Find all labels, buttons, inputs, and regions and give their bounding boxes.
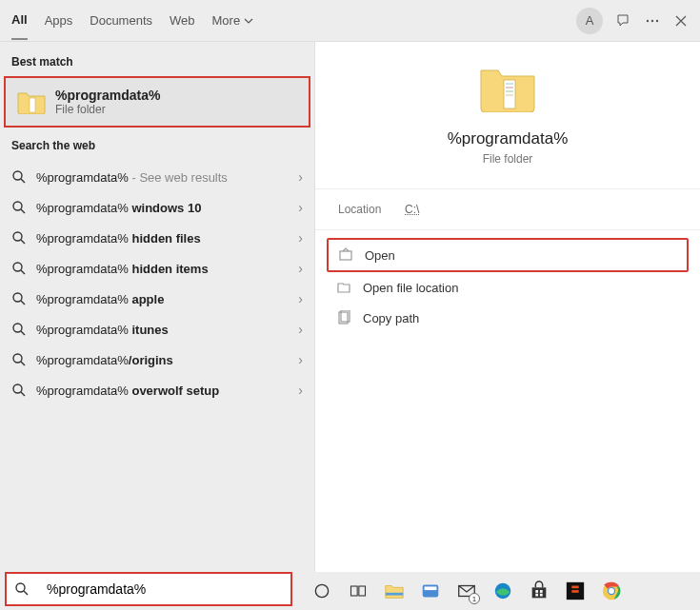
bottom-bar: 1 [0, 572, 700, 610]
search-icon [11, 200, 27, 215]
svg-point-8 [13, 232, 22, 241]
mail-badge: 1 [469, 593, 480, 604]
svg-point-10 [13, 263, 22, 271]
svg-rect-39 [535, 590, 538, 593]
svg-line-15 [21, 331, 25, 335]
chevron-right-icon: › [298, 383, 303, 398]
taskview-icon[interactable] [347, 580, 370, 602]
svg-rect-25 [340, 251, 351, 260]
action-copy-path[interactable]: Copy path [327, 303, 689, 333]
chevron-right-icon: › [298, 230, 303, 246]
svg-point-48 [609, 588, 614, 594]
tab-more-label: More [212, 13, 241, 28]
main: Best match %programdata% File folder Sea… [0, 42, 700, 572]
search-icon [14, 581, 30, 597]
tab-all[interactable]: All [11, 1, 28, 40]
action-icon [336, 310, 351, 325]
search-input[interactable] [47, 581, 283, 597]
chevron-right-icon: › [298, 169, 303, 185]
web-result-item[interactable]: %programdata% hidden files › [0, 223, 314, 253]
svg-line-13 [21, 301, 25, 305]
header-right: A [576, 8, 689, 34]
tab-apps[interactable]: Apps [45, 2, 73, 39]
chrome-icon[interactable] [600, 580, 623, 602]
search-icon [11, 322, 27, 337]
action-open-file-location[interactable]: Open file location [327, 272, 689, 303]
folder-icon [479, 63, 536, 112]
svg-rect-35 [425, 586, 437, 590]
web-result-text: %programdata%/origins [36, 353, 298, 367]
web-result-item[interactable]: %programdata%/origins › [0, 344, 314, 375]
chevron-right-icon: › [298, 261, 303, 276]
chevron-right-icon: › [298, 291, 303, 306]
app-icon-2[interactable] [564, 580, 587, 602]
best-match-text: %programdata% File folder [55, 88, 160, 116]
svg-rect-32 [359, 586, 366, 596]
web-result-item[interactable]: %programdata% windows 10 › [0, 192, 314, 223]
app-icon-1[interactable] [419, 580, 442, 602]
svg-point-28 [16, 583, 25, 592]
chevron-right-icon: › [298, 200, 303, 215]
web-result-item[interactable]: %programdata% - See web results › [0, 162, 314, 192]
svg-point-2 [656, 19, 658, 21]
svg-line-19 [21, 392, 25, 396]
taskbar: 1 [291, 580, 700, 602]
search-icon [11, 352, 27, 367]
svg-point-30 [315, 584, 328, 597]
web-results: %programdata% - See web results › %progr… [0, 158, 314, 409]
preview-header: %programdata% File folder [315, 42, 700, 189]
search-icon [11, 169, 27, 185]
mail-icon[interactable]: 1 [455, 580, 478, 602]
results-pane: Best match %programdata% File folder Sea… [0, 42, 314, 572]
web-result-text: %programdata% itunes [36, 323, 298, 337]
location-row: Location C:\ [315, 189, 700, 230]
web-result-text: %programdata% apple [36, 292, 298, 306]
cortana-icon[interactable] [310, 580, 333, 602]
svg-rect-3 [30, 98, 35, 112]
svg-line-5 [21, 179, 25, 183]
feedback-icon[interactable] [616, 13, 631, 29]
svg-point-1 [651, 19, 653, 21]
search-icon [11, 261, 27, 276]
search-box[interactable] [6, 573, 291, 605]
action-icon [336, 280, 351, 295]
best-match-title: %programdata% [55, 88, 160, 103]
best-match-item[interactable]: %programdata% File folder [4, 76, 310, 128]
explorer-icon[interactable] [383, 580, 406, 602]
web-result-text: %programdata% hidden files [36, 231, 298, 246]
svg-point-14 [13, 324, 22, 332]
action-label: Open file location [363, 281, 458, 295]
edge-icon[interactable] [491, 580, 514, 602]
web-result-item[interactable]: %programdata% apple › [0, 284, 314, 314]
action-open[interactable]: Open [327, 238, 689, 272]
svg-rect-40 [540, 590, 543, 593]
web-result-item[interactable]: %programdata% hidden items › [0, 253, 314, 284]
close-icon[interactable] [673, 13, 689, 29]
best-match-label: Best match [0, 49, 314, 74]
svg-point-12 [13, 293, 22, 302]
svg-rect-31 [351, 586, 358, 596]
svg-rect-45 [571, 590, 578, 593]
svg-line-9 [21, 240, 25, 244]
tab-documents[interactable]: Documents [90, 2, 152, 39]
header: All Apps Documents Web More A [0, 0, 700, 42]
svg-rect-44 [571, 586, 578, 589]
store-icon[interactable] [528, 580, 550, 602]
tab-more[interactable]: More [212, 2, 254, 39]
search-icon [11, 230, 27, 246]
svg-point-4 [13, 171, 22, 180]
svg-rect-41 [535, 594, 538, 597]
location-value[interactable]: C:\ [405, 203, 419, 216]
action-label: Open [365, 248, 395, 263]
svg-line-7 [21, 209, 25, 213]
svg-line-17 [21, 362, 25, 365]
search-icon [11, 291, 27, 306]
svg-point-6 [13, 202, 22, 210]
tab-web[interactable]: Web [170, 2, 195, 39]
web-result-item[interactable]: %programdata% overwolf setup › [0, 375, 314, 405]
avatar[interactable]: A [576, 8, 603, 34]
tabs: All Apps Documents Web More [11, 1, 576, 40]
preview-pane: %programdata% File folder Location C:\ O… [314, 42, 700, 572]
web-result-item[interactable]: %programdata% itunes › [0, 314, 314, 344]
more-icon[interactable] [645, 13, 660, 29]
